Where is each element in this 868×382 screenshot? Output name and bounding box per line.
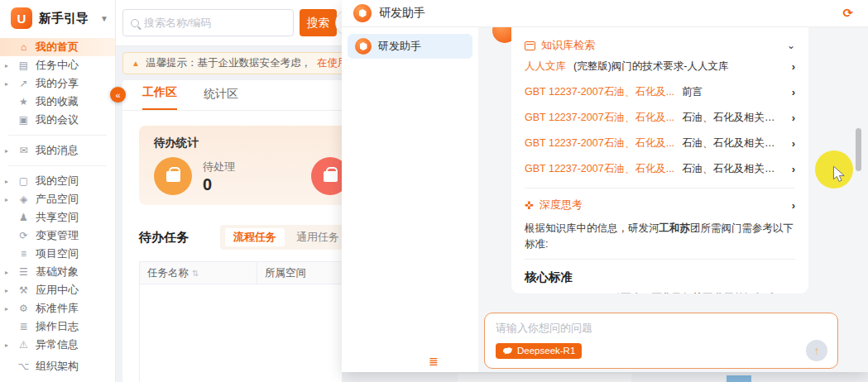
sidebar-item-my-meetings[interactable]: ▸ ▣ 我的会议 xyxy=(0,111,115,129)
expand-arrow-icon[interactable]: ▸ xyxy=(5,178,12,185)
assistant-panel: 研发助手 ⟳ 研发助手 ≣ 知识库检索 ⌄ 人人文库 (完整版)阀门的技术要求-… xyxy=(342,0,868,372)
sidebar-item-my-messages[interactable]: ▸ ✉ 我的消息 xyxy=(0,141,115,160)
kb-list: 人人文库 (完整版)阀门的技术要求-人人文库 › GBT 12237-2007石… xyxy=(525,54,795,182)
sidebar-item-home[interactable]: ▸ ⌂ 我的首页 xyxy=(0,38,115,56)
sidebar-item-operation-log[interactable]: ▸ ≣ 操作日志 xyxy=(0,318,115,336)
chevron-right-icon[interactable]: › xyxy=(792,86,795,98)
kb-result-row[interactable]: GBT 12237-2007石油、石化及... 石油、石化及相关工业用的钢制球.… xyxy=(525,131,795,156)
conversation-label: 研发助手 xyxy=(378,39,421,54)
sidebar-item-shared-space[interactable]: ▸ ♟ 共享空间 xyxy=(0,208,115,227)
kb-result-row[interactable]: GBT 12237-2007石油、石化及... 石油、石化及相关工业用的钢制球.… xyxy=(525,156,795,182)
model-name: Deepseek-R1 xyxy=(517,346,575,356)
stat-label: 待处理 xyxy=(203,160,235,174)
sidebar-item-standard-parts[interactable]: ▸ ⚙ 标准件库 xyxy=(0,299,115,318)
sidebar-item-label: 异常信息 xyxy=(36,337,79,352)
clipboard-icon: ▤ xyxy=(17,60,30,71)
sort-icon[interactable]: ⇅ xyxy=(192,269,199,278)
input-toolbar: Deepseek-R1 ↑ xyxy=(496,340,827,361)
sidebar: U 新手引导 ▼ ▸ ⌂ 我的首页 ▸ ▤ 任务中心 ▸ ↗ 我的分享 ▸ ★ … xyxy=(0,0,116,382)
sidebar-item-label: 我的消息 xyxy=(36,143,79,158)
sidebar-collapse-button[interactable]: « xyxy=(110,87,126,103)
kb-result-row[interactable]: GBT 12237-2007石油、石化及... 石油、石化及相关工业用的钢制球.… xyxy=(525,105,795,131)
cube-icon xyxy=(359,9,367,17)
kb-section-header[interactable]: 知识库检索 ⌄ xyxy=(525,37,795,54)
conversation-item[interactable]: 研发助手 xyxy=(348,34,472,59)
tab-process-tasks[interactable]: 流程任务 xyxy=(225,228,285,246)
chevron-right-icon[interactable]: › xyxy=(792,60,795,73)
history-list-icon[interactable]: ≣ xyxy=(429,355,439,368)
stat-pending[interactable]: 待处理 0 xyxy=(154,157,278,195)
expand-arrow-icon[interactable]: ▸ xyxy=(5,341,12,349)
column-task-name: 任务名称 xyxy=(147,266,189,280)
tools-icon: ⚒ xyxy=(17,284,30,296)
sidebar-item-task-center[interactable]: ▸ ▤ 任务中心 xyxy=(0,56,115,74)
logo-row[interactable]: U 新手引导 ▼ xyxy=(0,0,115,36)
chevron-right-icon[interactable]: › xyxy=(792,112,795,124)
expand-arrow-icon[interactable]: ▸ xyxy=(5,62,12,69)
sidebar-item-my-space[interactable]: ▸ ▢ 我的空间 xyxy=(0,172,115,190)
kb-section-title: 知识库检索 xyxy=(541,38,595,53)
kb-result-source: GBT 12237-2007石油、石化及... xyxy=(525,162,674,176)
folder-icon: ▢ xyxy=(17,175,30,187)
sidebar-item-label: 产品空间 xyxy=(36,192,79,207)
expand-arrow-icon[interactable]: ▸ xyxy=(5,287,12,294)
global-search xyxy=(122,9,294,36)
deep-think-label: 深度思考 xyxy=(540,198,583,212)
sidebar-item-base-objects[interactable]: ▸ ☰ 基础对象 xyxy=(0,263,115,281)
deep-think-icon: ✜ xyxy=(525,199,534,212)
chevron-down-icon[interactable]: ⌄ xyxy=(787,40,795,51)
question-input-box[interactable]: Deepseek-R1 ↑ xyxy=(484,313,838,369)
tab-workspace[interactable]: 工作区 xyxy=(142,85,177,110)
kb-result-desc: 石油、石化及相关工业用的钢制球... xyxy=(682,162,784,176)
deep-think-row[interactable]: ✜ 深度思考 › xyxy=(525,194,795,216)
assistant-avatar xyxy=(353,4,372,22)
sidebar-item-my-share[interactable]: ▸ ↗ 我的分享 xyxy=(0,74,115,93)
tab-general-tasks[interactable]: 通用任务 xyxy=(288,228,348,246)
sidebar-item-label: 组织架构 xyxy=(36,359,79,374)
sync-icon: ⟳ xyxy=(17,230,30,241)
chevron-right-icon[interactable]: › xyxy=(792,199,795,212)
sidebar-item-project-space[interactable]: ▸ ≡ 项目空间 xyxy=(0,245,115,263)
search-button[interactable]: 搜索 xyxy=(300,9,337,36)
question-input[interactable] xyxy=(496,322,827,334)
stat-value: 0 xyxy=(203,176,235,193)
expand-arrow-icon[interactable]: ▸ xyxy=(5,269,12,276)
sidebar-item-label: 共享空间 xyxy=(36,210,79,225)
sidebar-item-label: 我的收藏 xyxy=(36,94,79,109)
chat-scrollbar-thumb[interactable] xyxy=(856,128,861,171)
sidebar-item-product-space[interactable]: ▸ ◈ 产品空间 xyxy=(0,190,115,208)
database-icon: ≡ xyxy=(17,248,30,260)
sidebar-item-change-mgmt[interactable]: ▸ ⟳ 变更管理 xyxy=(0,227,115,245)
tab-statistics[interactable]: 统计区 xyxy=(204,87,238,110)
chevron-down-icon[interactable]: ▼ xyxy=(100,14,108,23)
chevron-right-icon[interactable]: › xyxy=(792,137,795,150)
chevron-right-icon[interactable]: › xyxy=(792,163,795,175)
task-type-tabs: 流程任务 通用任务 xyxy=(220,225,352,250)
expand-arrow-icon[interactable]: ▸ xyxy=(5,147,12,155)
kb-result-source: GBT 12237-2007石油、石化及... xyxy=(525,111,674,125)
expand-arrow-icon[interactable]: ▸ xyxy=(5,196,12,203)
sidebar-item-my-favorites[interactable]: ▸ ★ 我的收藏 xyxy=(0,93,115,111)
app-logo-icon: U xyxy=(11,7,32,29)
kb-result-source: GBT 12237-2007石油、石化及... xyxy=(525,136,674,150)
model-select-button[interactable]: Deepseek-R1 xyxy=(496,343,582,359)
expand-arrow-icon[interactable]: ▸ xyxy=(5,305,12,313)
expand-arrow-icon[interactable]: ▸ xyxy=(5,80,12,88)
refresh-icon[interactable]: ⟳ xyxy=(842,6,853,21)
pending-bag-icon xyxy=(154,157,192,195)
search-input[interactable] xyxy=(144,17,293,29)
kb-result-row[interactable]: GBT 12237-2007石油、石化及... 前言 › xyxy=(525,79,795,105)
app-title: 新手引导 xyxy=(39,11,89,26)
sidebar-item-org[interactable]: ▸ ⌥ 组织架构 xyxy=(0,357,115,375)
sidebar-item-app-center[interactable]: ▸ ⚒ 应用中心 xyxy=(0,281,115,299)
kb-result-desc: 石油、石化及相关工业用的钢制球... xyxy=(682,111,784,125)
sidebar-item-error-info[interactable]: ▸ ⚠ 异常信息 xyxy=(0,336,115,354)
layers-icon: ☰ xyxy=(17,266,30,278)
sidebar-item-label: 我的空间 xyxy=(36,174,79,189)
sidebar-nav: ▸ ⌂ 我的首页 ▸ ▤ 任务中心 ▸ ↗ 我的分享 ▸ ★ 我的收藏 ▸ ▣ … xyxy=(0,36,115,357)
conversation-list: 研发助手 ≣ xyxy=(342,27,478,372)
todo-tasks-title: 待办任务 xyxy=(139,230,189,246)
send-button[interactable]: ↑ xyxy=(806,340,827,361)
knowledge-base-icon xyxy=(525,41,535,50)
kb-result-row[interactable]: 人人文库 (完整版)阀门的技术要求-人人文库 › xyxy=(525,54,795,79)
